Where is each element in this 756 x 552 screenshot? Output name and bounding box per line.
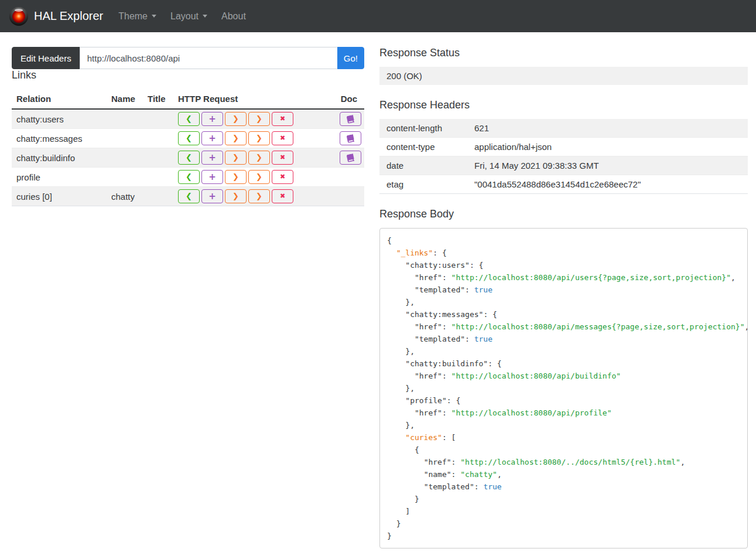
get-button[interactable]: ❮: [178, 189, 200, 203]
put-button[interactable]: ❯: [225, 112, 247, 126]
delete-button[interactable]: ✖: [272, 112, 293, 126]
doc-button[interactable]: [340, 131, 361, 145]
delete-button[interactable]: ✖: [272, 151, 293, 165]
get-button[interactable]: ❮: [178, 112, 200, 126]
times-icon: ✖: [280, 115, 285, 122]
link-name: [107, 109, 143, 129]
header-name: date: [386, 161, 474, 171]
response-header-row: date Fri, 14 May 2021 09:38:33 GMT: [379, 156, 748, 175]
request-bar: Edit Headers Go!: [12, 47, 364, 69]
plus-icon: +: [208, 133, 216, 144]
delete-button[interactable]: ✖: [272, 189, 293, 203]
left-column: Edit Headers Go! Links Relation Name Tit…: [12, 47, 364, 206]
nav-about-link[interactable]: About: [214, 11, 253, 22]
plus-icon: +: [208, 172, 216, 182]
response-body-json: { "_links": { "chatty:users": { "href": …: [379, 228, 748, 548]
header-name: etag: [386, 179, 474, 189]
times-icon: ✖: [280, 134, 285, 142]
doc-button[interactable]: [340, 151, 361, 165]
post-button[interactable]: +: [201, 170, 223, 184]
table-row: chatty:users ❮+❯❯✖: [12, 109, 364, 129]
nav-theme-label: Theme: [118, 11, 148, 22]
response-headers-title: Response Headers: [379, 99, 748, 111]
url-input[interactable]: [80, 47, 338, 69]
chevron-right-icon: ❯: [232, 153, 239, 162]
delete-button[interactable]: ✖: [272, 170, 293, 184]
request-buttons-cell: ❮+❯❯✖: [173, 109, 331, 129]
chevron-right-icon: ❯: [232, 134, 239, 142]
put-button[interactable]: ❯: [225, 189, 247, 203]
response-status-title: Response Status: [379, 47, 748, 59]
doc-cell: [331, 148, 364, 168]
doc-cell: [331, 187, 364, 206]
hal-9000-eye-icon: [9, 7, 28, 26]
table-row: chatty:messages ❮+❯❯✖: [12, 129, 364, 148]
main-content: Edit Headers Go! Links Relation Name Tit…: [0, 32, 756, 552]
patch-button[interactable]: ❯: [248, 189, 270, 203]
patch-button[interactable]: ❯: [248, 170, 270, 184]
doc-button[interactable]: [340, 112, 361, 126]
book-icon: [346, 115, 355, 124]
get-button[interactable]: ❮: [178, 131, 200, 145]
response-header-row: etag "0041da552488d86e31454d1c2e68eec72": [379, 175, 748, 193]
header-value: "0041da552488d86e31454d1c2e68eec72": [474, 179, 741, 189]
edit-headers-button[interactable]: Edit Headers: [12, 47, 80, 69]
book-icon: [346, 154, 355, 162]
nav-layout-label: Layout: [170, 11, 199, 22]
times-icon: ✖: [280, 192, 285, 200]
links-table-header: Relation Name Title HTTP Request Doc: [12, 89, 364, 109]
doc-cell: [331, 109, 364, 129]
patch-button[interactable]: ❯: [248, 112, 270, 126]
post-button[interactable]: +: [201, 112, 223, 126]
response-header-row: content-type application/hal+json: [379, 137, 748, 156]
times-icon: ✖: [280, 154, 285, 161]
plus-icon: +: [208, 114, 216, 124]
doc-cell: [331, 129, 364, 148]
book-icon: [346, 134, 355, 143]
put-button[interactable]: ❯: [225, 170, 247, 184]
chevron-left-icon: ❮: [186, 192, 192, 200]
link-title: [143, 129, 173, 148]
link-name: [107, 148, 143, 168]
delete-button[interactable]: ✖: [272, 131, 293, 145]
patch-button[interactable]: ❯: [248, 131, 270, 145]
put-button[interactable]: ❯: [225, 151, 247, 165]
request-buttons-cell: ❮+❯❯✖: [173, 168, 331, 187]
request-buttons-cell: ❮+❯❯✖: [173, 148, 331, 168]
column-http-request: HTTP Request: [173, 89, 331, 109]
header-name: content-type: [386, 142, 474, 152]
navbar: HAL Explorer Theme Layout About: [0, 0, 756, 32]
put-button[interactable]: ❯: [225, 131, 247, 145]
get-button[interactable]: ❮: [178, 170, 200, 184]
chevron-right-icon: ❯: [256, 172, 262, 181]
chevron-left-icon: ❮: [186, 134, 192, 142]
column-name: Name: [107, 89, 143, 109]
links-table-body: chatty:users ❮+❯❯✖ chatty:messages ❮+❯❯✖…: [12, 109, 364, 206]
get-button[interactable]: ❮: [178, 151, 200, 165]
table-row: chatty:buildinfo ❮+❯❯✖: [12, 148, 364, 168]
post-button[interactable]: +: [201, 131, 223, 145]
nav-about-label: About: [221, 11, 246, 22]
chevron-right-icon: ❯: [256, 134, 262, 142]
link-title: [143, 148, 173, 168]
link-relation: chatty:buildinfo: [12, 148, 107, 168]
link-title: [143, 168, 173, 187]
post-button[interactable]: +: [201, 151, 223, 165]
link-name: [107, 168, 143, 187]
request-buttons-cell: ❮+❯❯✖: [173, 187, 331, 206]
link-relation: chatty:users: [12, 109, 107, 129]
nav-theme-dropdown[interactable]: Theme: [111, 11, 163, 22]
navbar-menu: Theme Layout About: [111, 11, 253, 22]
brand-link[interactable]: HAL Explorer: [34, 9, 103, 23]
request-buttons-cell: ❮+❯❯✖: [173, 129, 331, 148]
link-title: [143, 109, 173, 129]
link-name: [107, 129, 143, 148]
go-button[interactable]: Go!: [337, 47, 364, 69]
chevron-right-icon: ❯: [232, 172, 239, 181]
link-title: [143, 187, 173, 206]
post-button[interactable]: +: [201, 189, 223, 203]
nav-layout-dropdown[interactable]: Layout: [163, 11, 214, 22]
chevron-right-icon: ❯: [256, 192, 262, 200]
times-icon: ✖: [280, 173, 285, 180]
patch-button[interactable]: ❯: [248, 151, 270, 165]
